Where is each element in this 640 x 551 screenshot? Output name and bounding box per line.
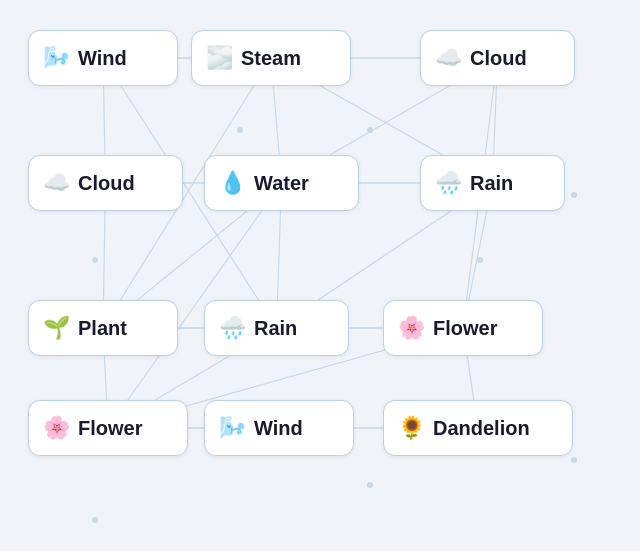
dot-decoration [92,257,98,263]
element-card-plant1[interactable]: 🌱Plant [28,300,178,356]
dot-decoration [367,127,373,133]
element-label-wind2: Wind [254,417,303,440]
dot-decoration [477,257,483,263]
element-card-flower1[interactable]: 🌸Flower [383,300,543,356]
element-card-cloud1[interactable]: ☁️Cloud [420,30,575,86]
element-label-cloud2: Cloud [78,172,135,195]
element-icon-water1: 💧 [219,172,246,194]
dot-decoration [92,517,98,523]
element-icon-cloud1: ☁️ [435,47,462,69]
element-icon-flower2: 🌸 [43,417,70,439]
dot-decoration [571,457,577,463]
element-label-steam1: Steam [241,47,301,70]
element-card-cloud2[interactable]: ☁️Cloud [28,155,183,211]
element-label-dandelion1: Dandelion [433,417,530,440]
element-icon-plant1: 🌱 [43,317,70,339]
element-label-wind1: Wind [78,47,127,70]
element-card-flower2[interactable]: 🌸Flower [28,400,188,456]
main-canvas: 🌬️Wind🌫️Steam☁️Cloud☁️Cloud💧Water🌧️Rain🌱… [0,0,640,551]
element-label-cloud1: Cloud [470,47,527,70]
element-card-steam1[interactable]: 🌫️Steam [191,30,351,86]
element-icon-cloud2: ☁️ [43,172,70,194]
element-icon-dandelion1: 🌻 [398,417,425,439]
element-card-wind2[interactable]: 🌬️Wind [204,400,354,456]
element-card-rain2[interactable]: 🌧️Rain [204,300,349,356]
element-label-flower1: Flower [433,317,497,340]
element-card-water1[interactable]: 💧Water [204,155,359,211]
element-icon-flower1: 🌸 [398,317,425,339]
dot-decoration [237,127,243,133]
element-icon-wind1: 🌬️ [43,47,70,69]
element-icon-rain1: 🌧️ [435,172,462,194]
dot-decoration [571,192,577,198]
element-icon-steam1: 🌫️ [206,47,233,69]
element-label-rain1: Rain [470,172,513,195]
element-card-rain1[interactable]: 🌧️Rain [420,155,565,211]
element-card-dandelion1[interactable]: 🌻Dandelion [383,400,573,456]
dot-decoration [367,482,373,488]
element-label-plant1: Plant [78,317,127,340]
element-label-water1: Water [254,172,309,195]
element-label-flower2: Flower [78,417,142,440]
element-label-rain2: Rain [254,317,297,340]
element-icon-rain2: 🌧️ [219,317,246,339]
element-icon-wind2: 🌬️ [219,417,246,439]
element-card-wind1[interactable]: 🌬️Wind [28,30,178,86]
